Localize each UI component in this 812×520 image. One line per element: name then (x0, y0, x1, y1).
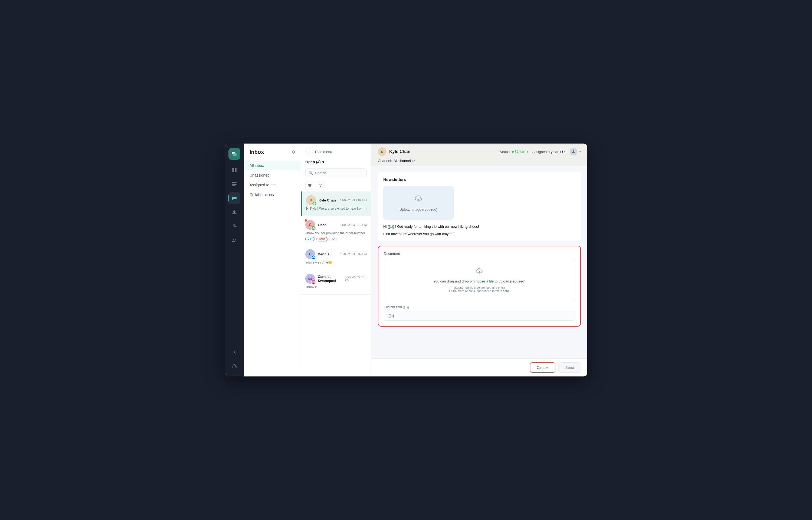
channel-chevron: ▾ (414, 159, 415, 162)
status-selector[interactable]: Open ▾ (511, 149, 528, 154)
sidebar-item-collaborations[interactable]: Collaborations (244, 190, 301, 200)
user-avatar-header (570, 148, 577, 155)
unread-indicator-chan (305, 219, 307, 222)
tag-issue[interactable]: Issue (316, 237, 328, 241)
send-button[interactable]: Send (558, 362, 581, 373)
template-var-1: {{1}} (388, 225, 394, 229)
sidebar-settings-icon[interactable]: ⚙ (291, 150, 295, 155)
svg-rect-1 (233, 153, 236, 156)
learn-more-text: Learn more about supported file formats … (449, 289, 510, 292)
sidebar-item-unassigned[interactable]: Unassigned (244, 171, 301, 180)
sidebar-item-all-inbox[interactable]: All inbox (244, 161, 301, 171)
channel-value: All channels (394, 159, 413, 163)
conv-time-chan: 11/09/2023 2:12 PM (340, 223, 367, 227)
conv-item-header-dennis: D Dennis 10/09/2023 9:32 PM (305, 249, 367, 259)
conv-name-candice: Candice Swanepoel (318, 275, 345, 283)
back-button[interactable]: ‹ (305, 148, 313, 155)
assigned-name: Lyman Li (549, 150, 563, 154)
learn-more-link[interactable]: here. (503, 289, 510, 292)
tag-more[interactable]: +2 (329, 237, 337, 241)
messenger-badge-dennis (311, 255, 316, 259)
newsletter-section: Newsletters Upload image (required) Hi {… (378, 172, 581, 241)
conv-time-dennis: 10/09/2023 9:32 PM (340, 253, 367, 256)
nav-team[interactable] (228, 235, 240, 246)
conv-item-chan[interactable]: C Chan 11/09/2023 2:12 PM Thank you for … (301, 216, 371, 245)
sidebar-title: Inbox (250, 149, 264, 155)
newsletter-text-1: Hi {{1}} ! Get ready for a hiking trip w… (383, 224, 576, 230)
svg-point-10 (233, 226, 235, 227)
chat-content: Newsletters Upload image (required) Hi {… (371, 166, 587, 358)
conv-item-header-chan: C Chan 11/09/2023 2:12 PM (305, 220, 367, 230)
drag-drop-text: You can drag and drop or (433, 279, 474, 283)
avatar-chan: C (305, 220, 315, 230)
conv-preview-candice: Thanks! (305, 285, 367, 289)
upload-image-box[interactable]: Upload image (required) (383, 186, 454, 219)
conv-tags-chan: VIP Issue +2 (305, 237, 367, 241)
newsletter-text-2: Find adventure wherever you go with #myt… (383, 232, 576, 236)
custom-field-label: Custom field {{1}} (384, 305, 575, 309)
contact-name: Kyle Chan (389, 149, 410, 154)
left-nav (225, 144, 244, 376)
choose-file-link[interactable]: choose a file (474, 279, 494, 283)
status-dropdown[interactable]: Open (4) ▾ (305, 160, 324, 164)
doc-upload-cloud-icon (476, 267, 483, 277)
svg-rect-8 (232, 185, 235, 186)
upload-image-label: Upload image (required) (399, 207, 438, 211)
status-value: Open (515, 149, 525, 154)
contact-avatar: K (378, 147, 387, 156)
upload-suffix: to upload (required) (495, 279, 525, 283)
conv-info-candice: Candice Swanepoel 10/09/2023 3:18 PM (318, 275, 367, 283)
svg-point-17 (313, 282, 314, 283)
svg-rect-14 (232, 366, 233, 367)
tag-vip[interactable]: VIP (305, 237, 314, 241)
nav-contacts[interactable] (228, 206, 240, 218)
conv-status-bar: Open (4) ▾ (301, 158, 371, 166)
conv-list: ‹ Hide menu Open (4) ▾ 🔍 (301, 144, 371, 376)
sidebar-header: Inbox ⚙ (244, 144, 301, 158)
conv-preview-chan: Thank you for providing the order number… (305, 231, 367, 235)
nav-dashboard[interactable] (228, 164, 240, 176)
sidebar-item-assigned-to-me[interactable]: Assigned to me (244, 180, 301, 190)
sidebar-nav: All inbox Unassigned Assigned to me Coll… (244, 158, 301, 202)
conv-list-header: ‹ Hide menu (301, 144, 371, 158)
status-prefix: Status: (500, 150, 510, 154)
filter-button[interactable] (316, 181, 325, 190)
nav-broadcast[interactable] (228, 220, 240, 232)
conv-preview-dennis: You're welcome😊 (305, 261, 367, 264)
svg-rect-15 (235, 366, 236, 367)
conv-info-chan: Chan 11/09/2023 2:12 PM (318, 223, 367, 227)
conv-info-kyle: Kyle Chan 11/09/2023 4:04 PM (318, 198, 367, 202)
doc-upload-text: You can drag and drop or choose a file t… (433, 279, 525, 283)
supported-types: (Supported file type are jpeg and png.) (449, 286, 510, 289)
search-input[interactable] (315, 171, 363, 175)
search-icon: 🔍 (309, 171, 313, 175)
header-user-chevron[interactable]: ▾ (580, 150, 581, 153)
conv-item-dennis[interactable]: D Dennis 10/09/2023 9:32 PM You're welco… (301, 245, 371, 270)
nav-inbox[interactable] (228, 192, 240, 204)
conv-item-candice[interactable]: CS Candice Swanepoel 10/09/2023 3:18 PM … (301, 270, 371, 295)
svg-rect-6 (232, 182, 236, 183)
search-box: 🔍 (305, 168, 367, 177)
conv-info-dennis: Dennis 10/09/2023 9:32 PM (318, 252, 367, 256)
svg-point-11 (233, 239, 234, 240)
channel-selector[interactable]: All channels ▾ (394, 159, 415, 163)
document-upload-box[interactable]: You can drag and drop or choose a file t… (384, 259, 575, 301)
status-dot (511, 151, 514, 153)
assigned-selector[interactable]: Lyman Li ▾ (549, 150, 565, 154)
supported-file-text: (Supported file type are jpeg and png.) … (449, 286, 510, 292)
cancel-button[interactable]: Cancel (530, 362, 555, 373)
instagram-badge-candice (311, 280, 316, 284)
nav-settings[interactable] (228, 346, 240, 358)
nav-another[interactable] (228, 178, 240, 190)
channel-label: Channel: (378, 159, 392, 163)
custom-field-input[interactable] (384, 311, 575, 321)
sort-button[interactable] (305, 181, 314, 190)
conv-preview-kyle: Hi Kyle ! We are so excited to hear from… (306, 207, 367, 210)
status-label: Open (4) (305, 160, 321, 164)
svg-rect-5 (235, 171, 236, 172)
nav-support[interactable] (228, 360, 240, 372)
conv-time-candice: 10/09/2023 3:18 PM (345, 276, 367, 282)
conv-item-kyle-chan[interactable]: K Kyle Chan 11/09/2023 4:04 PM Hi Kyle !… (301, 191, 371, 216)
hide-menu-label[interactable]: Hide menu (315, 150, 332, 154)
upload-cloud-icon (414, 194, 423, 205)
